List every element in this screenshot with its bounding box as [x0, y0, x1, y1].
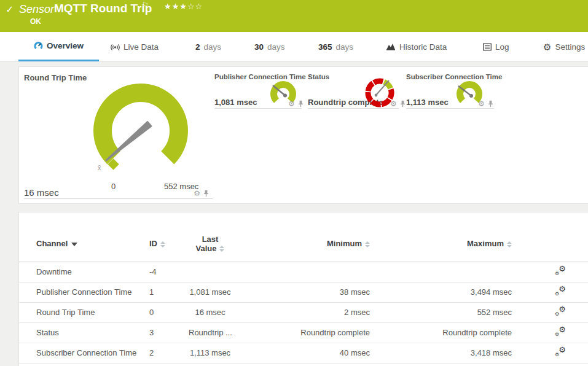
tab-log[interactable]: Log — [483, 32, 509, 61]
flag-icon[interactable]: ⚐ — [142, 1, 149, 9]
tab-label: Overview — [47, 41, 84, 50]
column-header-last-value-line2[interactable]: Value — [196, 244, 217, 253]
channel-last-value: 1,113 msec — [189, 343, 232, 363]
sort-icon[interactable] — [507, 241, 512, 247]
channel-last-value: Roundtrip ... — [189, 322, 232, 343]
channels-table-panel: Channel ID Last Value Minimum Maximum — [18, 212, 588, 366]
object-kind-label: Sensor — [19, 3, 54, 16]
column-header-channel[interactable]: Channel — [36, 239, 68, 248]
table-header-row: Channel ID Last Value Minimum Maximum — [19, 212, 588, 262]
gauge-icon — [34, 41, 43, 50]
channel-minimum: 38 msec — [232, 282, 370, 302]
gauge-value-round-trip: 16 msec — [24, 187, 59, 198]
area-chart-icon — [386, 42, 396, 51]
sensor-status-badge: OK — [30, 17, 41, 26]
channel-settings-icon[interactable]: ⚙⚙ — [555, 286, 566, 296]
table-row-status: Status 3 Roundtrip ... Roundtrip complet… — [19, 322, 588, 343]
table-row-publisher-connection-time: Publisher Connection Time 1 1,081 msec 3… — [19, 282, 588, 302]
tab-overview[interactable]: Overview — [18, 32, 99, 61]
channel-id: -4 — [149, 262, 189, 282]
channel-maximum: 3,494 msec — [370, 282, 512, 302]
gear-icon[interactable]: ⚙ — [194, 190, 200, 197]
channel-maximum: Roundtrip complete — [370, 322, 512, 343]
tab-unit: days — [267, 42, 285, 52]
column-header-last-value-line1[interactable]: Last — [189, 235, 232, 244]
sort-icon[interactable] — [160, 241, 165, 247]
widget-footer: ⚙ — [194, 190, 209, 197]
gauge-scale-min: 0 — [111, 182, 116, 191]
tab-label: Log — [495, 42, 509, 52]
gauges-panel: Round Trip Time x̄ 0 552 msec 16 msec ⚙ … — [18, 66, 588, 204]
channel-settings-icon[interactable]: ⚙⚙ — [555, 306, 566, 316]
gear-icon[interactable]: ⚙ — [390, 100, 397, 107]
gauge-value-subscriber: 1,113 msec — [406, 98, 449, 107]
pin-icon[interactable] — [400, 100, 406, 107]
tab-label: Live Data — [123, 42, 159, 52]
channels-table: Channel ID Last Value Minimum Maximum — [19, 212, 588, 364]
channel-name: Publisher Connection Time — [19, 282, 149, 302]
channel-maximum: 3,418 msec — [370, 343, 512, 363]
tab-settings[interactable]: ⚙ Settings — [543, 32, 585, 61]
gear-icon[interactable]: ⚙ — [478, 100, 485, 107]
channel-name: Subscriber Connection Time — [19, 343, 149, 363]
tab-unit: days — [336, 42, 354, 52]
average-marker: x̄ — [98, 164, 101, 171]
channel-last-value — [189, 262, 232, 282]
channel-settings-icon[interactable]: ⚙⚙ — [555, 327, 566, 337]
widget-footer: ⚙ — [288, 100, 304, 107]
channel-minimum: 40 msec — [232, 343, 370, 363]
tab-number: 30 — [254, 42, 264, 52]
widget-footer: ⚙ — [390, 100, 406, 107]
tab-live-data[interactable]: Live Data — [111, 32, 159, 61]
broadcast-icon — [111, 42, 120, 52]
gauge-value-publisher: 1,081 msec — [214, 98, 257, 107]
channel-settings-icon[interactable]: ⚙⚙ — [555, 266, 566, 276]
channel-settings-icon[interactable]: ⚙⚙ — [555, 347, 566, 357]
pin-icon[interactable] — [488, 100, 493, 107]
status-ok-check-icon: ✓ — [6, 4, 14, 15]
column-header-maximum[interactable]: Maximum — [467, 239, 504, 248]
channel-name: Downtime — [19, 262, 149, 282]
column-header-id[interactable]: ID — [149, 239, 157, 248]
channel-id: 3 — [149, 322, 189, 343]
tab-number: 2 — [195, 42, 200, 52]
round-trip-gauge — [79, 77, 208, 188]
sort-icon[interactable] — [219, 246, 224, 252]
channel-minimum: Roundtrip complete — [232, 322, 370, 343]
prtg-sensor-page: ✓ Sensor MQTT Round Trip ⚐ ★★★☆☆ OK Over… — [0, 0, 588, 366]
pin-icon[interactable] — [203, 190, 209, 197]
tab-historic-data[interactable]: Historic Data — [386, 32, 447, 61]
widget-footer: ⚙ — [478, 100, 493, 107]
priority-stars[interactable]: ★★★☆☆ — [164, 2, 203, 11]
sensor-title: MQTT Round Trip — [54, 2, 152, 15]
tab-30-days[interactable]: 30 days — [254, 32, 285, 61]
tab-label: Settings — [555, 42, 585, 52]
channel-maximum — [370, 262, 512, 282]
gear-icon[interactable]: ⚙ — [288, 100, 295, 107]
gauge-title-round-trip: Round Trip Time — [24, 73, 87, 82]
channel-id: 2 — [149, 343, 189, 363]
tab-365-days[interactable]: 365 days — [318, 32, 353, 61]
column-header-minimum[interactable]: Minimum — [327, 239, 362, 248]
table-row-downtime: Downtime -4 ⚙⚙ — [19, 262, 588, 282]
channel-last-value: 16 msec — [189, 302, 232, 322]
gear-icon: ⚙ — [543, 42, 551, 52]
tab-number: 365 — [318, 42, 332, 52]
channel-name: Round Trip Time — [19, 302, 149, 322]
channel-id: 1 — [149, 282, 189, 302]
channel-last-value: 1,081 msec — [189, 282, 232, 302]
channel-maximum: 552 msec — [370, 302, 512, 322]
sensor-header: ✓ Sensor MQTT Round Trip ⚐ ★★★☆☆ OK — [0, 0, 588, 32]
sort-icon[interactable] — [365, 241, 370, 247]
channel-name: Status — [19, 322, 149, 343]
sort-desc-icon[interactable] — [71, 243, 77, 246]
channel-id: 0 — [149, 302, 189, 322]
tab-bar: Overview Live Data 2 days 30 days 365 da… — [0, 32, 588, 61]
channel-minimum: 2 msec — [232, 302, 370, 322]
tab-unit: days — [204, 42, 222, 52]
pin-icon[interactable] — [298, 100, 304, 107]
gauge-title-status: Status — [308, 73, 329, 80]
channel-minimum — [232, 262, 370, 282]
tab-2-days[interactable]: 2 days — [195, 32, 221, 61]
table-row-round-trip-time: Round Trip Time 0 16 msec 2 msec 552 mse… — [19, 302, 588, 322]
